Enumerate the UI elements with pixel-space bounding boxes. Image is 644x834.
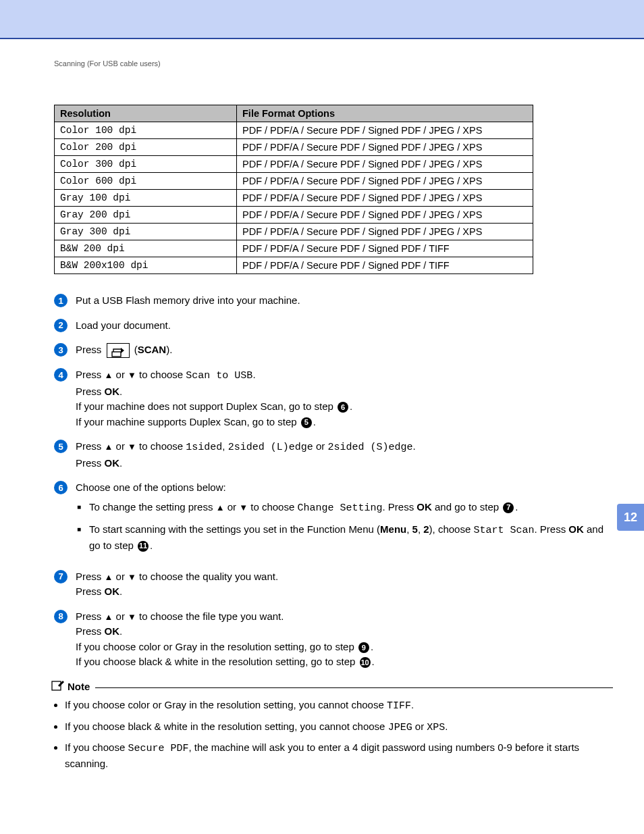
format-xps: XPS bbox=[427, 722, 445, 733]
step-text: Press ▲ or ▼ to choose the file type you… bbox=[76, 609, 613, 670]
note-heading: Note bbox=[51, 679, 613, 694]
step-text: Press ▲ or ▼ to choose 1sided, 2sided (L… bbox=[76, 439, 613, 471]
table-row: Color 200 dpiPDF / PDF/A / Secure PDF / … bbox=[55, 139, 533, 156]
text: or bbox=[113, 369, 128, 380]
step-1: 1 Put a USB Flash memory drive into your… bbox=[54, 293, 613, 309]
note-list: If you choose color or Gray in the resol… bbox=[55, 698, 613, 771]
text: or bbox=[113, 610, 128, 622]
step-3: 3 Press (SCAN). bbox=[54, 342, 613, 358]
key-2: 2 bbox=[423, 523, 429, 535]
menu-label: Menu bbox=[380, 523, 406, 535]
step-ref-icon: 10 bbox=[360, 657, 371, 668]
menu-option: Scan to USB bbox=[186, 370, 252, 382]
cell: B&W 200 dpi bbox=[55, 240, 237, 257]
down-arrow-icon: ▼ bbox=[239, 502, 248, 513]
menu-option: 2sided (L)edge bbox=[228, 442, 313, 453]
svg-rect-0 bbox=[112, 352, 121, 357]
list-item: If you choose color or Gray in the resol… bbox=[65, 698, 613, 714]
step-7: 7 Press ▲ or ▼ to choose the quality you… bbox=[54, 569, 613, 600]
text: or bbox=[412, 721, 427, 732]
cell: PDF / PDF/A / Secure PDF / Signed PDF / … bbox=[237, 257, 533, 274]
ok-label: OK bbox=[105, 457, 120, 469]
table-row: Gray 300 dpiPDF / PDF/A / Secure PDF / S… bbox=[55, 224, 533, 240]
page-content: Scanning (For USB cable users) Resolutio… bbox=[0, 39, 644, 804]
text: to choose the file type you want. bbox=[136, 610, 284, 622]
table-row: Gray 200 dpiPDF / PDF/A / Secure PDF / S… bbox=[55, 207, 533, 224]
breadcrumb: Scanning (For USB cable users) bbox=[54, 59, 613, 68]
text: If you choose bbox=[65, 741, 128, 753]
text: If you choose black & white in the resol… bbox=[65, 721, 388, 732]
cell: PDF / PDF/A / Secure PDF / Signed PDF / … bbox=[237, 139, 533, 156]
cell: PDF / PDF/A / Secure PDF / Signed PDF / … bbox=[237, 240, 533, 257]
text: Press bbox=[76, 386, 105, 397]
menu-option: 2sided (S)edge bbox=[327, 442, 412, 453]
cell: Gray 300 dpi bbox=[55, 224, 237, 240]
step-number-icon: 3 bbox=[54, 343, 68, 357]
note-block: Note If you choose color or Gray in the … bbox=[51, 679, 613, 771]
cell: Color 200 dpi bbox=[55, 139, 237, 156]
list-item: To start scanning with the settings you … bbox=[89, 522, 613, 553]
cell: PDF / PDF/A / Secure PDF / Signed PDF / … bbox=[237, 122, 533, 139]
up-arrow-icon: ▲ bbox=[105, 612, 113, 622]
table-row: Color 600 dpiPDF / PDF/A / Secure PDF / … bbox=[55, 173, 533, 190]
step-text: Choose one of the options below: To chan… bbox=[76, 480, 613, 560]
text: and go to step bbox=[432, 501, 502, 513]
text: Choose one of the options below: bbox=[76, 481, 226, 493]
cell: Color 600 dpi bbox=[55, 173, 237, 190]
sub-options: To change the setting press ▲ or ▼ to ch… bbox=[76, 500, 613, 553]
text: To change the setting press bbox=[89, 501, 216, 513]
step-text: Put a USB Flash memory drive into your m… bbox=[76, 293, 613, 309]
step-4: 4 Press ▲ or ▼ to choose Scan to USB. Pr… bbox=[54, 367, 613, 429]
text: To start scanning with the settings you … bbox=[89, 523, 380, 535]
top-band bbox=[0, 0, 644, 39]
menu-option: Change Setting bbox=[297, 502, 382, 514]
cell: PDF / PDF/A / Secure PDF / Signed PDF / … bbox=[237, 190, 533, 207]
down-arrow-icon: ▼ bbox=[128, 612, 136, 622]
step-number-icon: 8 bbox=[54, 610, 68, 623]
step-ref-icon: 7 bbox=[503, 502, 514, 513]
text: . Press bbox=[382, 501, 417, 513]
menu-option: Start Scan bbox=[473, 525, 534, 536]
text: If your machine supports Duplex Scan, go… bbox=[76, 416, 300, 427]
note-title: Note bbox=[68, 681, 90, 692]
text: , bbox=[222, 440, 227, 452]
text: or bbox=[113, 440, 128, 452]
table-row: B&W 200 dpiPDF / PDF/A / Secure PDF / Si… bbox=[55, 240, 533, 257]
text: or bbox=[225, 501, 240, 513]
table-row: Color 100 dpiPDF / PDF/A / Secure PDF / … bbox=[55, 122, 533, 139]
cell: Gray 100 dpi bbox=[55, 190, 237, 207]
cell: PDF / PDF/A / Secure PDF / Signed PDF / … bbox=[237, 173, 533, 190]
cell: Color 300 dpi bbox=[55, 156, 237, 173]
list-item: If you choose black & white in the resol… bbox=[65, 719, 613, 735]
cell: PDF / PDF/A / Secure PDF / Signed PDF / … bbox=[237, 207, 533, 224]
down-arrow-icon: ▼ bbox=[128, 572, 136, 582]
step-text: Press (SCAN). bbox=[76, 342, 613, 358]
steps-list: 1 Put a USB Flash memory drive into your… bbox=[54, 293, 613, 670]
text: or bbox=[113, 571, 128, 582]
step-number-icon: 6 bbox=[54, 481, 68, 494]
up-arrow-icon: ▲ bbox=[105, 572, 113, 582]
text: If your machine does not support Duplex … bbox=[76, 400, 336, 412]
format-tiff: TIFF bbox=[387, 700, 411, 712]
step-text: Press ▲ or ▼ to choose the quality you w… bbox=[76, 569, 613, 600]
text: If you choose color or Gray in the resol… bbox=[65, 699, 387, 710]
chapter-tab: 12 bbox=[617, 504, 644, 531]
resolution-table: Resolution File Format Options Color 100… bbox=[54, 105, 533, 274]
step-6: 6 Choose one of the options below: To ch… bbox=[54, 480, 613, 560]
cell: PDF / PDF/A / Secure PDF / Signed PDF / … bbox=[237, 224, 533, 240]
ok-label: OK bbox=[568, 523, 584, 535]
up-arrow-icon: ▲ bbox=[105, 442, 113, 452]
step-number-icon: 2 bbox=[54, 319, 68, 332]
ok-label: OK bbox=[105, 386, 120, 397]
text: If you choose color or Gray in the resol… bbox=[76, 641, 357, 652]
text: Press bbox=[76, 571, 105, 582]
list-item: To change the setting press ▲ or ▼ to ch… bbox=[89, 500, 613, 516]
text: or bbox=[313, 440, 328, 452]
key-5: 5 bbox=[412, 523, 418, 535]
text: Press bbox=[76, 625, 105, 637]
text: Press bbox=[76, 610, 105, 622]
cell: B&W 200x100 dpi bbox=[55, 257, 237, 274]
menu-option: 1sided bbox=[186, 442, 222, 453]
text: If you choose black & white in the resol… bbox=[76, 656, 358, 667]
step-number-icon: 1 bbox=[54, 294, 68, 307]
